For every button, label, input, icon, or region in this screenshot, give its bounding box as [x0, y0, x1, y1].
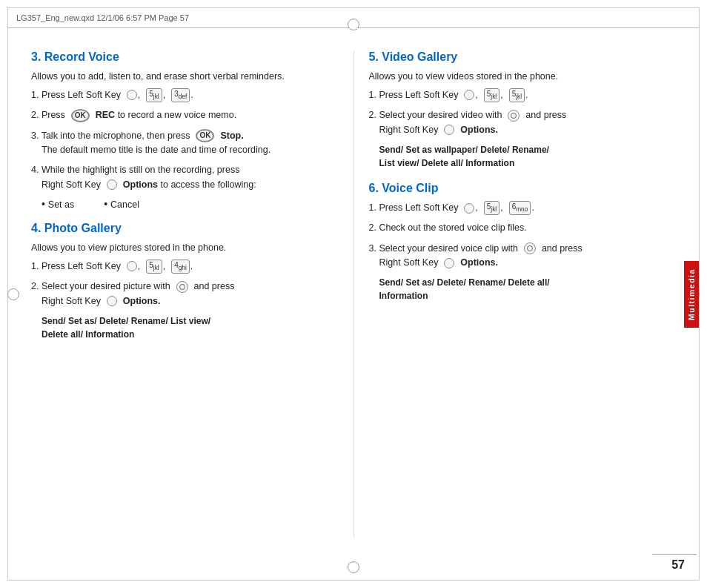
key-5jkl-3: 5jkl	[484, 88, 499, 102]
soft-key-icon-6	[444, 125, 454, 135]
step-rv-3: 3. Talk into the microphone, then press …	[31, 129, 339, 158]
soft-key-icon-2	[107, 179, 117, 190]
section-photo-gallery: 4. Photo Gallery Allows you to view pict…	[31, 222, 339, 341]
step-vc-2: 2. Check out the stored voice clip files…	[369, 221, 677, 235]
ok-icon-2: OK	[196, 129, 214, 142]
nav-icon-2	[508, 110, 520, 122]
soft-key-icon-5	[464, 90, 474, 100]
ok-icon-1: OK	[71, 109, 90, 122]
soft-key-icon-4	[107, 296, 117, 306]
key-3def: 3def	[171, 88, 190, 102]
key-5jkl-2: 5jkl	[146, 260, 162, 274]
right-column: 5. Video Gallery Allows you to view vide…	[354, 28, 691, 560]
step-vg-2: 2. Select your desired video with and pr…	[369, 108, 677, 137]
soft-key-icon-1	[127, 90, 137, 100]
section-record-voice-intro: Allows you to add, listen to, and erase …	[31, 70, 339, 84]
page-number: 57	[671, 558, 685, 572]
step-pg-2: 2. Select your desired picture with and …	[31, 280, 339, 308]
step-rv-4: 4. While the highlight is still on the r…	[31, 163, 339, 192]
step-vc-3: 3. Select your desired voice clip with a…	[369, 242, 677, 271]
step-vc-1: 1. Press Left Soft Key , 5jkl, 6mno.	[369, 201, 677, 215]
section-voice-clip-title: 6. Voice Clip	[369, 182, 677, 195]
soft-key-icon-7	[464, 203, 474, 214]
bullet-cancel: Cancel	[104, 198, 139, 210]
section-video-gallery-intro: Allows you to view videos stored in the …	[369, 70, 677, 84]
key-6mno: 6mno	[509, 201, 531, 215]
step-vc-3-cont: Right Soft Key Options.	[379, 257, 499, 268]
key-5jkl-1: 5jkl	[146, 88, 162, 102]
key-4ghi: 4ghi	[171, 260, 190, 274]
step-pg-1: 1. Press Left Soft Key , 5jkl, 4ghi.	[31, 260, 339, 274]
bullet-set-as: Set as	[42, 198, 74, 210]
soft-key-icon-8	[444, 258, 454, 268]
nav-icon-1	[176, 281, 188, 293]
sub-options-vc: Send/ Set as/ Delete/ Rename/ Delete all…	[379, 276, 677, 303]
section-photo-gallery-intro: Allows you to view pictures stored in th…	[31, 241, 339, 255]
step-vg-1: 1. Press Left Soft Key , 5jkl, 5jkl.	[369, 88, 677, 102]
step-rv-2: 2. Press OK REC to record a new voice me…	[31, 108, 339, 122]
nav-icon-3	[524, 242, 536, 254]
section-record-voice: 3. Record Voice Allows you to add, liste…	[31, 50, 339, 210]
left-column: 3. Record Voice Allows you to add, liste…	[16, 28, 354, 560]
bullet-list-rv: Set as Cancel	[42, 198, 339, 210]
key-5jkl-5: 5jkl	[484, 201, 499, 215]
step-pg-2-cont: Right Soft Key Options.	[42, 296, 161, 306]
step-vg-2-cont: Right Soft Key Options.	[379, 125, 499, 135]
section-photo-gallery-title: 4. Photo Gallery	[31, 222, 339, 235]
key-5jkl-4: 5jkl	[509, 88, 525, 102]
corner-mark-bottom	[348, 561, 359, 573]
soft-key-icon-3	[127, 261, 137, 271]
main-content: 3. Record Voice Allows you to add, liste…	[16, 28, 691, 560]
sub-options-pg: Send/ Set as/ Delete/ Rename/ List view/…	[42, 314, 339, 341]
step-rv-1: 1. Press Left Soft Key , 5jkl, 3def.	[31, 88, 339, 102]
step-rv-3-cont: The default memo title is the date and t…	[42, 145, 270, 155]
section-video-gallery-title: 5. Video Gallery	[369, 50, 677, 64]
sub-options-vg: Send/ Set as wallpaper/ Delete/ Rename/L…	[379, 143, 677, 170]
section-voice-clip: 6. Voice Clip 1. Press Left Soft Key , 5…	[369, 182, 677, 303]
section-record-voice-title: 3. Record Voice	[31, 50, 339, 64]
section-video-gallery: 5. Video Gallery Allows you to view vide…	[369, 50, 677, 170]
step-rv-4-cont: Right Soft Key Options to access the fol…	[42, 179, 256, 190]
